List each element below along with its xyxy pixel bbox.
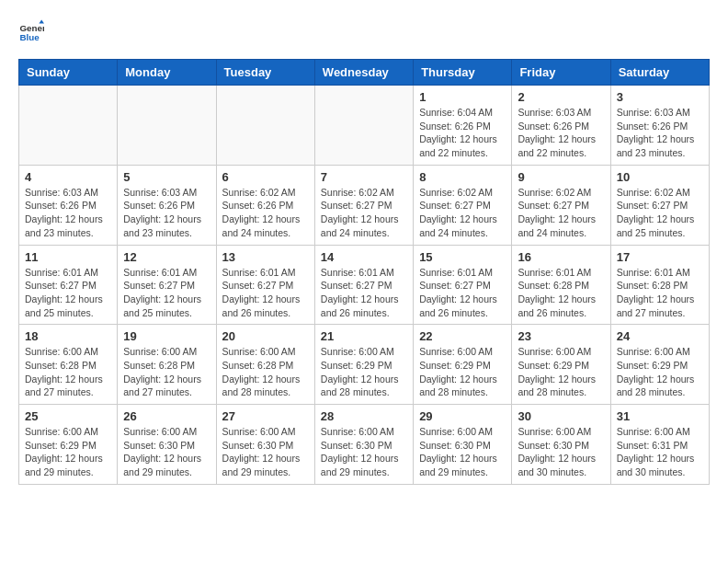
day-info: Sunrise: 6:00 AM Sunset: 6:29 PM Dayligh… xyxy=(25,425,111,479)
calendar-day-30: 30Sunrise: 6:00 AM Sunset: 6:30 PM Dayli… xyxy=(512,405,610,485)
calendar-week-row: 11Sunrise: 6:01 AM Sunset: 6:27 PM Dayli… xyxy=(19,245,710,325)
day-number: 25 xyxy=(25,409,111,423)
calendar-day-13: 13Sunrise: 6:01 AM Sunset: 6:27 PM Dayli… xyxy=(216,245,314,325)
page-header: General Blue xyxy=(18,18,710,44)
day-number: 28 xyxy=(321,409,407,423)
day-info: Sunrise: 6:01 AM Sunset: 6:27 PM Dayligh… xyxy=(123,266,210,320)
day-info: Sunrise: 6:00 AM Sunset: 6:30 PM Dayligh… xyxy=(222,425,309,479)
calendar-day-10: 10Sunrise: 6:02 AM Sunset: 6:27 PM Dayli… xyxy=(610,165,709,245)
day-number: 22 xyxy=(419,329,506,343)
day-number: 21 xyxy=(321,329,407,343)
day-number: 10 xyxy=(617,170,703,184)
day-number: 1 xyxy=(419,90,506,104)
day-info: Sunrise: 6:00 AM Sunset: 6:29 PM Dayligh… xyxy=(617,345,703,399)
day-info: Sunrise: 6:03 AM Sunset: 6:26 PM Dayligh… xyxy=(518,106,604,160)
calendar-day-27: 27Sunrise: 6:00 AM Sunset: 6:30 PM Dayli… xyxy=(216,405,314,485)
day-number: 16 xyxy=(518,250,604,264)
calendar-day-5: 5Sunrise: 6:03 AM Sunset: 6:26 PM Daylig… xyxy=(118,165,216,245)
calendar-day-7: 7Sunrise: 6:02 AM Sunset: 6:27 PM Daylig… xyxy=(314,165,413,245)
calendar-week-row: 18Sunrise: 6:00 AM Sunset: 6:28 PM Dayli… xyxy=(19,325,710,405)
weekday-header-thursday: Thursday xyxy=(414,60,512,86)
calendar-day-8: 8Sunrise: 6:02 AM Sunset: 6:27 PM Daylig… xyxy=(414,165,512,245)
calendar-empty-cell xyxy=(19,86,118,166)
calendar-day-11: 11Sunrise: 6:01 AM Sunset: 6:27 PM Dayli… xyxy=(19,245,118,325)
day-number: 26 xyxy=(123,409,210,423)
day-info: Sunrise: 6:02 AM Sunset: 6:27 PM Dayligh… xyxy=(419,186,506,240)
day-info: Sunrise: 6:03 AM Sunset: 6:26 PM Dayligh… xyxy=(25,186,111,240)
day-info: Sunrise: 6:00 AM Sunset: 6:31 PM Dayligh… xyxy=(617,425,703,479)
calendar-table: SundayMondayTuesdayWednesdayThursdayFrid… xyxy=(18,59,710,485)
day-number: 14 xyxy=(321,250,407,264)
day-number: 27 xyxy=(222,409,309,423)
calendar-day-26: 26Sunrise: 6:00 AM Sunset: 6:30 PM Dayli… xyxy=(118,405,216,485)
day-number: 23 xyxy=(518,329,604,343)
logo-icon: General Blue xyxy=(18,18,44,44)
calendar-day-4: 4Sunrise: 6:03 AM Sunset: 6:26 PM Daylig… xyxy=(19,165,118,245)
day-number: 18 xyxy=(25,329,111,343)
calendar-day-17: 17Sunrise: 6:01 AM Sunset: 6:28 PM Dayli… xyxy=(610,245,709,325)
calendar-day-14: 14Sunrise: 6:01 AM Sunset: 6:27 PM Dayli… xyxy=(314,245,413,325)
calendar-day-15: 15Sunrise: 6:01 AM Sunset: 6:27 PM Dayli… xyxy=(414,245,512,325)
calendar-day-22: 22Sunrise: 6:00 AM Sunset: 6:29 PM Dayli… xyxy=(414,325,512,405)
calendar-day-3: 3Sunrise: 6:03 AM Sunset: 6:26 PM Daylig… xyxy=(610,86,709,166)
day-number: 11 xyxy=(25,250,111,264)
calendar-day-24: 24Sunrise: 6:00 AM Sunset: 6:29 PM Dayli… xyxy=(610,325,709,405)
day-info: Sunrise: 6:00 AM Sunset: 6:29 PM Dayligh… xyxy=(518,345,604,399)
logo: General Blue xyxy=(18,18,48,44)
day-info: Sunrise: 6:01 AM Sunset: 6:28 PM Dayligh… xyxy=(518,266,604,320)
day-info: Sunrise: 6:01 AM Sunset: 6:27 PM Dayligh… xyxy=(222,266,309,320)
day-number: 8 xyxy=(419,170,506,184)
day-info: Sunrise: 6:02 AM Sunset: 6:27 PM Dayligh… xyxy=(617,186,703,240)
weekday-header-friday: Friday xyxy=(512,60,610,86)
day-number: 3 xyxy=(617,90,703,104)
day-info: Sunrise: 6:04 AM Sunset: 6:26 PM Dayligh… xyxy=(419,106,506,160)
day-info: Sunrise: 6:03 AM Sunset: 6:26 PM Dayligh… xyxy=(123,186,210,240)
calendar-day-20: 20Sunrise: 6:00 AM Sunset: 6:28 PM Dayli… xyxy=(216,325,314,405)
calendar-day-19: 19Sunrise: 6:00 AM Sunset: 6:28 PM Dayli… xyxy=(118,325,216,405)
day-number: 2 xyxy=(518,90,604,104)
calendar-day-29: 29Sunrise: 6:00 AM Sunset: 6:30 PM Dayli… xyxy=(414,405,512,485)
calendar-day-23: 23Sunrise: 6:00 AM Sunset: 6:29 PM Dayli… xyxy=(512,325,610,405)
calendar-day-25: 25Sunrise: 6:00 AM Sunset: 6:29 PM Dayli… xyxy=(19,405,118,485)
calendar-day-6: 6Sunrise: 6:02 AM Sunset: 6:26 PM Daylig… xyxy=(216,165,314,245)
svg-text:Blue: Blue xyxy=(19,32,40,42)
day-info: Sunrise: 6:00 AM Sunset: 6:30 PM Dayligh… xyxy=(419,425,506,479)
calendar-day-18: 18Sunrise: 6:00 AM Sunset: 6:28 PM Dayli… xyxy=(19,325,118,405)
day-info: Sunrise: 6:00 AM Sunset: 6:30 PM Dayligh… xyxy=(321,425,407,479)
calendar-week-row: 25Sunrise: 6:00 AM Sunset: 6:29 PM Dayli… xyxy=(19,405,710,485)
day-number: 15 xyxy=(419,250,506,264)
day-number: 5 xyxy=(123,170,210,184)
day-number: 30 xyxy=(518,409,604,423)
calendar-week-row: 1Sunrise: 6:04 AM Sunset: 6:26 PM Daylig… xyxy=(19,86,710,166)
day-info: Sunrise: 6:01 AM Sunset: 6:27 PM Dayligh… xyxy=(321,266,407,320)
day-info: Sunrise: 6:02 AM Sunset: 6:27 PM Dayligh… xyxy=(321,186,407,240)
day-info: Sunrise: 6:00 AM Sunset: 6:29 PM Dayligh… xyxy=(321,345,407,399)
calendar-day-1: 1Sunrise: 6:04 AM Sunset: 6:26 PM Daylig… xyxy=(414,86,512,166)
weekday-header-monday: Monday xyxy=(118,60,216,86)
day-number: 7 xyxy=(321,170,407,184)
day-number: 4 xyxy=(25,170,111,184)
day-info: Sunrise: 6:02 AM Sunset: 6:26 PM Dayligh… xyxy=(222,186,309,240)
weekday-header-row: SundayMondayTuesdayWednesdayThursdayFrid… xyxy=(19,60,710,86)
day-info: Sunrise: 6:00 AM Sunset: 6:28 PM Dayligh… xyxy=(123,345,210,399)
day-number: 13 xyxy=(222,250,309,264)
calendar-empty-cell xyxy=(216,86,314,166)
day-info: Sunrise: 6:00 AM Sunset: 6:28 PM Dayligh… xyxy=(222,345,309,399)
calendar-week-row: 4Sunrise: 6:03 AM Sunset: 6:26 PM Daylig… xyxy=(19,165,710,245)
calendar-day-28: 28Sunrise: 6:00 AM Sunset: 6:30 PM Dayli… xyxy=(314,405,413,485)
day-number: 31 xyxy=(617,409,703,423)
calendar-day-16: 16Sunrise: 6:01 AM Sunset: 6:28 PM Dayli… xyxy=(512,245,610,325)
day-number: 9 xyxy=(518,170,604,184)
calendar-day-12: 12Sunrise: 6:01 AM Sunset: 6:27 PM Dayli… xyxy=(118,245,216,325)
day-number: 17 xyxy=(617,250,703,264)
weekday-header-sunday: Sunday xyxy=(19,60,118,86)
weekday-header-wednesday: Wednesday xyxy=(314,60,413,86)
calendar-day-31: 31Sunrise: 6:00 AM Sunset: 6:31 PM Dayli… xyxy=(610,405,709,485)
day-info: Sunrise: 6:00 AM Sunset: 6:30 PM Dayligh… xyxy=(518,425,604,479)
day-info: Sunrise: 6:00 AM Sunset: 6:28 PM Dayligh… xyxy=(25,345,111,399)
calendar-day-9: 9Sunrise: 6:02 AM Sunset: 6:27 PM Daylig… xyxy=(512,165,610,245)
day-info: Sunrise: 6:00 AM Sunset: 6:30 PM Dayligh… xyxy=(123,425,210,479)
day-number: 29 xyxy=(419,409,506,423)
day-info: Sunrise: 6:01 AM Sunset: 6:28 PM Dayligh… xyxy=(617,266,703,320)
svg-marker-2 xyxy=(39,19,44,23)
